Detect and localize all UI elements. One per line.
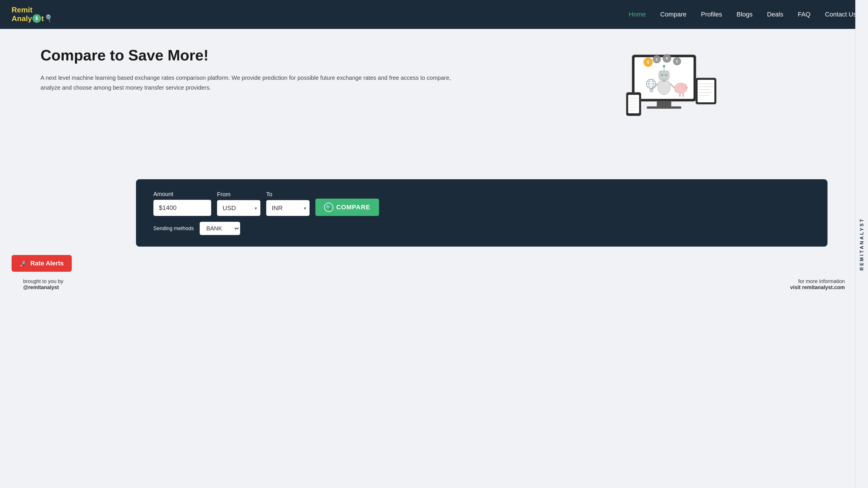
svg-point-22: [661, 74, 663, 76]
rate-alerts-icon: 🚀: [20, 260, 27, 267]
search-icon: 🔍: [44, 13, 54, 24]
footer-visit: visit remitanalyst.com: [790, 285, 845, 291]
svg-rect-5: [698, 80, 714, 102]
amount-group: Amount: [153, 191, 211, 216]
bank-select-wrapper: BANK CARD CASH: [199, 222, 240, 235]
footer-right: for more information visit remitanalyst.…: [790, 279, 845, 291]
logo-dollar-icon: $: [32, 14, 41, 23]
svg-point-30: [663, 65, 665, 67]
amount-label: Amount: [153, 191, 211, 197]
svg-text:£: £: [656, 58, 658, 62]
sending-methods-label: Sending methods: [153, 226, 194, 232]
svg-text:$: $: [647, 60, 649, 64]
nav-item-profiles[interactable]: Profiles: [701, 11, 722, 18]
footer-left: brought to you by @remitanalyst: [23, 279, 63, 291]
hero-illustration: $ £ ₹ €: [609, 46, 719, 127]
compare-form: Amount From USD EUR GBP AUD CAD: [136, 179, 828, 247]
svg-text:₹: ₹: [666, 57, 668, 61]
nav-item-compare[interactable]: Compare: [660, 11, 686, 18]
hero-left: Compare to Save More! A next level machi…: [40, 46, 466, 93]
logo-text-end: t: [41, 14, 44, 23]
rate-alerts-button[interactable]: 🚀 Rate Alerts: [11, 255, 72, 272]
logo-text-line1: Remit: [11, 6, 32, 14]
footer-more-info: for more information: [790, 279, 845, 285]
main-content: Compare to Save More! A next level machi…: [0, 29, 868, 173]
sending-method-select[interactable]: BANK CARD CASH: [199, 222, 240, 235]
svg-point-27: [650, 89, 653, 92]
svg-rect-24: [662, 79, 666, 82]
nav-menu: Home Compare Profiles Blogs Deals FAQ Co…: [629, 11, 857, 18]
nav-item-blogs[interactable]: Blogs: [737, 11, 752, 18]
nav-item-contact[interactable]: Contact Us: [825, 11, 857, 18]
hero-title: Compare to Save More!: [40, 46, 466, 64]
logo-text-line2: Analy: [11, 14, 32, 23]
side-banner: REMITANALYST: [855, 0, 868, 488]
hero-description: A next level machine learning based exch…: [40, 73, 466, 93]
footer-handle: @remitanalyst: [23, 285, 59, 290]
to-group: To INR PKR BDT PHP MXN: [266, 191, 310, 216]
svg-rect-41: [683, 93, 684, 97]
amount-input[interactable]: [153, 200, 211, 216]
from-currency-select[interactable]: USD EUR GBP AUD CAD: [217, 200, 260, 216]
from-select-wrapper: USD EUR GBP AUD CAD: [217, 200, 260, 216]
from-label: From: [217, 191, 260, 198]
form-row-main: Amount From USD EUR GBP AUD CAD: [153, 191, 810, 216]
compare-button[interactable]: 🔍 COMPARE: [315, 199, 379, 216]
compare-btn-label: COMPARE: [336, 203, 370, 211]
side-banner-text: REMITANALYST: [859, 218, 865, 270]
hero-right: $ £ ₹ €: [483, 46, 845, 127]
nav-item-home[interactable]: Home: [629, 11, 646, 18]
svg-rect-42: [679, 93, 681, 97]
rate-alerts-label: Rate Alerts: [30, 260, 64, 267]
compare-section-wrapper: Amount From USD EUR GBP AUD CAD: [66, 179, 850, 247]
navbar: Remit Analy $ t 🔍 Home Compare Profiles …: [0, 0, 868, 29]
compare-btn-icon: 🔍: [324, 203, 333, 212]
to-label: To: [266, 191, 310, 198]
from-group: From USD EUR GBP AUD CAD: [217, 191, 260, 216]
sending-methods-row: Sending methods BANK CARD CASH: [153, 222, 810, 235]
svg-rect-2: [657, 101, 671, 107]
svg-text:€: €: [676, 60, 678, 64]
footer-brought-by: brought to you by: [23, 279, 63, 285]
footer: brought to you by @remitanalyst for more…: [0, 270, 868, 299]
svg-point-23: [665, 74, 667, 76]
footer-url[interactable]: remitanalyst.com: [802, 285, 845, 290]
to-currency-select[interactable]: INR PKR BDT PHP MXN: [266, 200, 310, 216]
logo[interactable]: Remit Analy $ t 🔍: [11, 6, 53, 23]
svg-rect-19: [659, 71, 669, 79]
nav-item-faq[interactable]: FAQ: [798, 11, 810, 18]
nav-item-deals[interactable]: Deals: [767, 11, 783, 18]
to-select-wrapper: INR PKR BDT PHP MXN: [266, 200, 310, 216]
svg-rect-3: [647, 106, 681, 109]
